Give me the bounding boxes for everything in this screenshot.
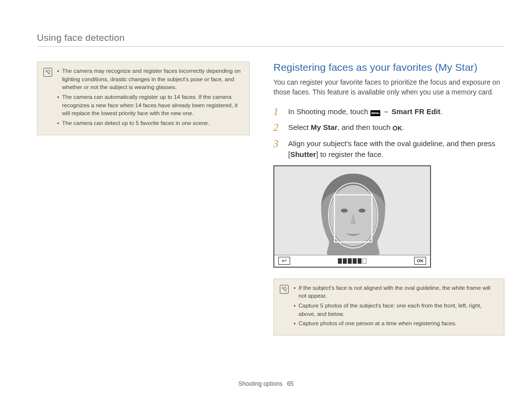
topic-title: Registering faces as your favorites (My … bbox=[273, 62, 504, 73]
step-text: Select bbox=[288, 123, 311, 131]
note-item: If the subject's face is not aligned wit… bbox=[294, 284, 498, 300]
note-icon bbox=[280, 285, 289, 294]
lcd-back-button[interactable]: ↩ bbox=[278, 257, 290, 265]
step-bold: Shutter bbox=[290, 150, 316, 158]
left-column: The camera may recognize and register fa… bbox=[37, 62, 250, 336]
step-text: ] to register the face. bbox=[316, 150, 384, 158]
note-item: Capture photos of one person at a time w… bbox=[294, 319, 498, 328]
step-number: 1 bbox=[273, 106, 281, 118]
step-text: In Shooting mode, touch bbox=[288, 107, 370, 116]
step-body: In Shooting mode, touch MENU→Smart FR Ed… bbox=[288, 106, 504, 118]
svg-point-1 bbox=[341, 209, 348, 213]
arrow-icon: → bbox=[382, 107, 390, 116]
step-bold: My Star bbox=[311, 123, 337, 131]
step-body: Align your subject's face with the oval … bbox=[288, 138, 504, 160]
note-item: The camera may recognize and register fa… bbox=[57, 67, 243, 92]
note-item: The camera can detect up to 5 favorite f… bbox=[57, 119, 243, 127]
page-footer: Shooting options 65 bbox=[0, 380, 532, 387]
step-text: , and then touch bbox=[337, 123, 393, 131]
step-item: 2 Select My Star, and then touch OK. bbox=[273, 122, 504, 133]
step-number: 2 bbox=[273, 122, 281, 133]
footer-label: Shooting options bbox=[238, 380, 282, 387]
left-note-list: The camera may recognize and register fa… bbox=[57, 67, 243, 129]
lcd-progress-indicator bbox=[338, 258, 366, 264]
step-bold: Smart FR Edit bbox=[392, 107, 440, 116]
right-note-list: If the subject's face is not aligned wit… bbox=[294, 284, 498, 329]
page-number: 65 bbox=[287, 380, 294, 387]
lcd-face-view bbox=[274, 166, 430, 255]
note-icon bbox=[43, 68, 52, 77]
topic-intro: You can register your favorite faces to … bbox=[273, 77, 504, 97]
note-item: Capture 5 photos of the subject's face: … bbox=[294, 302, 498, 318]
step-item: 3 Align your subject's face with the ova… bbox=[273, 138, 504, 160]
lcd-bottom-bar: ↩ OK bbox=[274, 255, 430, 267]
lcd-ok-button[interactable]: OK bbox=[414, 257, 426, 265]
step-text: . bbox=[402, 123, 404, 131]
right-column: Registering faces as your favorites (My … bbox=[273, 62, 504, 336]
right-note-box: If the subject's face is not aligned wit… bbox=[273, 278, 504, 336]
steps-list: 1 In Shooting mode, touch MENU→Smart FR … bbox=[273, 106, 504, 160]
step-text: . bbox=[440, 107, 442, 116]
step-body: Select My Star, and then touch OK. bbox=[288, 122, 504, 133]
section-title: Using face detection bbox=[37, 32, 504, 47]
step-item: 1 In Shooting mode, touch MENU→Smart FR … bbox=[273, 106, 504, 118]
camera-lcd-preview: ↩ OK bbox=[273, 165, 431, 268]
menu-icon: MENU bbox=[370, 110, 380, 116]
note-item: The camera can automatically register up… bbox=[57, 93, 243, 118]
content-columns: The camera may recognize and register fa… bbox=[37, 62, 504, 336]
svg-point-2 bbox=[359, 209, 366, 213]
left-note-box: The camera may recognize and register fa… bbox=[37, 62, 250, 135]
ok-icon: OK bbox=[393, 123, 402, 133]
step-number: 3 bbox=[273, 138, 281, 160]
